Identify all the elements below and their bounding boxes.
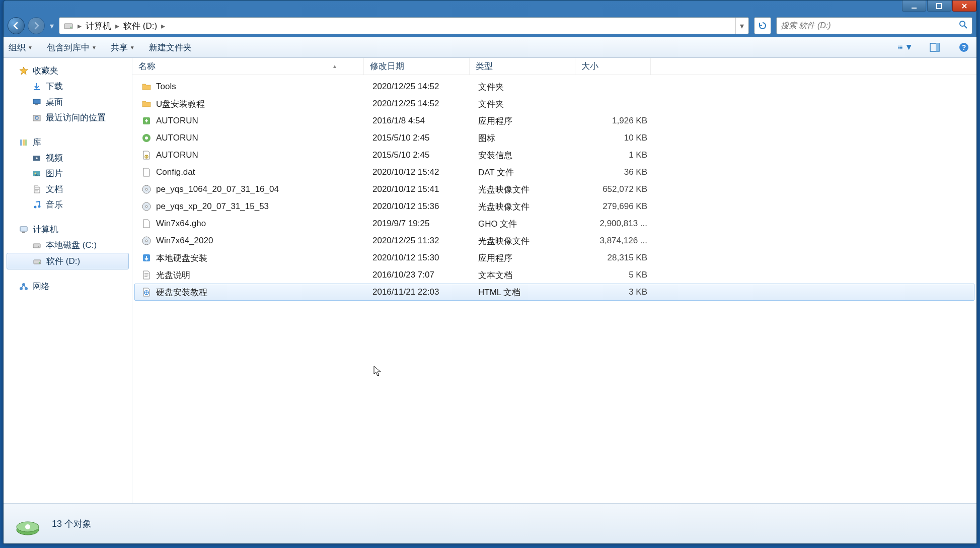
libraries-header[interactable]: 库 [4, 134, 132, 150]
forward-button[interactable] [28, 17, 45, 34]
address-bar[interactable]: ▸ 计算机 ▸ 软件 (D:) ▸ ▾ [59, 17, 749, 34]
svg-point-4 [960, 21, 965, 26]
help-button[interactable]: ? [956, 40, 971, 54]
network-header[interactable]: 网络 [4, 279, 132, 294]
share-label: 共享 [111, 42, 128, 53]
favorites-header[interactable]: 收藏夹 [4, 63, 132, 79]
svg-rect-30 [33, 244, 40, 248]
sidebar-item-library[interactable]: 文档 [4, 181, 132, 197]
status-text: 13 个对象 [52, 518, 92, 530]
search-icon [959, 20, 968, 31]
file-date: 2016/1/8 4:54 [366, 116, 472, 126]
network-label: 网络 [33, 281, 50, 292]
sidebar-item-library[interactable]: 音乐 [4, 197, 132, 213]
libraries-group: 库 视频图片文档音乐 [4, 134, 132, 213]
file-row[interactable]: Win7x64.gho2019/9/7 19:25GHO 文件2,900,813… [134, 215, 974, 232]
minimize-button[interactable] [902, 1, 926, 12]
file-row[interactable]: pe_yqs_1064_20_07_31_16_042020/10/12 15:… [134, 181, 974, 198]
file-row[interactable]: Tools2020/12/25 14:52文件夹 [134, 78, 974, 95]
back-button[interactable] [8, 17, 25, 34]
file-row[interactable]: Config.dat2020/10/12 15:42DAT 文件36 KB [134, 164, 974, 181]
file-size: 279,696 KB [578, 201, 653, 212]
file-row[interactable]: AUTORUN2016/1/8 4:54应用程序1,926 KB [134, 112, 974, 129]
file-row[interactable]: U盘安装教程2020/12/25 14:52文件夹 [134, 95, 974, 112]
sidebar-item-label: 下载 [46, 81, 63, 92]
computer-icon [19, 225, 29, 235]
column-headers: 名称 ▲ 修改日期 类型 大小 [132, 58, 976, 75]
svg-point-33 [39, 262, 40, 263]
explorer-window: ▾ ▸ 计算机 ▸ 软件 (D:) ▸ ▾ 组织 ▼ [3, 0, 977, 544]
sidebar-item-favorite[interactable]: 最近访问的位置 [4, 110, 132, 125]
computer-header[interactable]: 计算机 [4, 222, 132, 237]
share-menu[interactable]: 共享 ▼ [111, 42, 135, 53]
favorites-label: 收藏夹 [33, 65, 58, 77]
network-icon [19, 282, 29, 292]
nav-history-dropdown[interactable]: ▾ [48, 18, 56, 34]
file-type: 安装信息 [472, 150, 578, 161]
svg-rect-28 [20, 227, 27, 231]
chevron-down-icon: ▼ [92, 45, 97, 50]
breadcrumb-computer[interactable]: 计算机 [83, 20, 114, 32]
new-folder-button[interactable]: 新建文件夹 [149, 42, 192, 53]
file-row[interactable]: pe_yqs_xp_20_07_31_15_532020/10/12 15:36… [134, 198, 974, 215]
file-type: 图标 [472, 132, 578, 144]
include-in-library-menu[interactable]: 包含到库中 ▼ [47, 42, 97, 53]
folder-icon [141, 98, 152, 109]
html-icon [141, 287, 152, 298]
file-name: 硬盘安装教程 [156, 287, 207, 298]
file-row[interactable]: Win7x64_20202020/12/25 11:32光盘映像文件3,874,… [134, 232, 974, 249]
sidebar-item-favorite[interactable]: 下载 [4, 79, 132, 94]
preview-pane-button[interactable] [927, 40, 942, 54]
file-list[interactable]: Tools2020/12/25 14:52文件夹U盘安装教程2020/12/25… [132, 75, 976, 503]
breadcrumb-drive[interactable]: 软件 (D:) [120, 20, 160, 32]
sidebar-item-label: 桌面 [46, 96, 63, 108]
sidebar-item-drive[interactable]: 软件 (D:) [7, 253, 129, 269]
search-box[interactable] [776, 17, 972, 34]
organize-menu[interactable]: 组织 ▼ [9, 42, 33, 53]
column-header-name[interactable]: 名称 ▲ [132, 58, 364, 75]
sidebar-item-drive[interactable]: 本地磁盘 (C:) [4, 237, 132, 253]
iso-icon [141, 184, 152, 195]
file-size: 2,900,813 ... [578, 219, 653, 229]
status-bar: 13 个对象 [4, 503, 976, 543]
new-folder-label: 新建文件夹 [149, 42, 192, 53]
sidebar-item-library[interactable]: 视频 [4, 150, 132, 166]
close-button[interactable] [952, 1, 976, 12]
file-row[interactable]: AUTORUN2015/5/10 2:45图标10 KB [134, 129, 974, 147]
sidebar-item-favorite[interactable]: 桌面 [4, 94, 132, 110]
column-header-date[interactable]: 修改日期 [364, 58, 470, 75]
library-icon [19, 138, 29, 148]
file-row[interactable]: 光盘说明2016/10/23 7:07文本文档5 KB [134, 266, 974, 284]
file-date: 2020/10/12 15:41 [366, 184, 472, 194]
column-header-type[interactable]: 类型 [470, 58, 575, 75]
file-size: 652,072 KB [578, 184, 653, 194]
desktop-icon [32, 97, 42, 107]
file-name: Config.dat [156, 167, 195, 177]
svg-point-31 [38, 246, 39, 247]
svg-rect-29 [22, 232, 25, 233]
file-date: 2015/5/10 2:45 [366, 133, 472, 143]
refresh-button[interactable] [754, 17, 771, 34]
search-input[interactable] [781, 21, 959, 30]
file-type: 光盘映像文件 [472, 235, 578, 247]
main-area: 收藏夹 下载桌面最近访问的位置 库 视频图片文档音乐 计 [4, 58, 976, 503]
view-mode-button[interactable]: ▼ [898, 40, 913, 54]
file-date: 2016/11/21 22:03 [366, 287, 472, 297]
chevron-right-icon: ▸ [77, 21, 83, 31]
file-name: Win7x64_2020 [156, 236, 213, 246]
column-header-size[interactable]: 大小 [575, 58, 651, 75]
file-date: 2020/12/25 14:52 [366, 99, 472, 109]
svg-rect-20 [20, 140, 22, 146]
inf-icon [141, 150, 152, 161]
file-row[interactable]: 本地硬盘安装2020/10/12 15:30应用程序28,315 KB [134, 249, 974, 266]
maximize-button[interactable] [927, 1, 951, 12]
file-row[interactable]: AUTORUN2015/5/10 2:45安装信息1 KB [134, 147, 974, 164]
sidebar-item-library[interactable]: 图片 [4, 166, 132, 181]
address-dropdown[interactable]: ▾ [735, 18, 747, 34]
libraries-label: 库 [33, 136, 41, 148]
sidebar-item-label: 最近访问的位置 [46, 112, 106, 123]
file-row[interactable]: 硬盘安装教程2016/11/21 22:03HTML 文档3 KB [134, 284, 974, 301]
svg-rect-8 [899, 46, 902, 46]
file-type: 文本文档 [472, 269, 578, 281]
svg-point-46 [145, 240, 147, 242]
